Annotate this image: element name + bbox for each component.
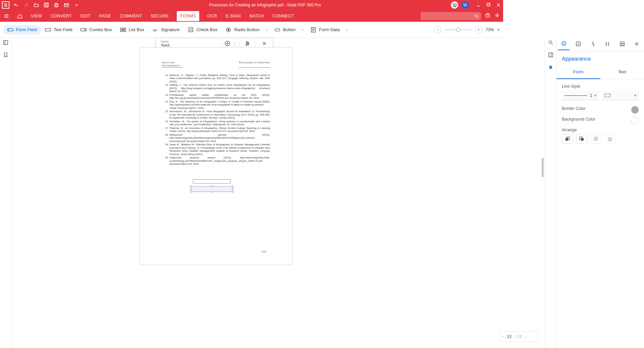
tool-radio-button[interactable]: Radio Button — [221, 25, 263, 34]
reference-item: Oetting, J.: The science behind why our … — [169, 83, 270, 93]
redo-icon — [23, 2, 29, 8]
ribbon-scroll-left-icon[interactable]: ‹ — [264, 27, 270, 32]
tool-label: Combo Box — [89, 27, 112, 32]
svg-rect-16 — [275, 29, 279, 31]
minimize-icon[interactable] — [476, 2, 481, 8]
tool-label: Text Field — [54, 27, 72, 32]
tool-text-field[interactable]: Text Field — [41, 25, 76, 34]
svg-point-6 — [475, 14, 478, 17]
quick-access — [13, 2, 79, 8]
svg-point-15 — [228, 29, 229, 30]
svg-point-3 — [453, 6, 454, 7]
zoom-controls: − + 73% ▾ — [434, 26, 500, 33]
bookmark-panel-icon[interactable] — [3, 52, 8, 59]
cart-icon[interactable] — [451, 1, 458, 9]
form-text-field-selected[interactable] — [191, 186, 233, 192]
reference-item: Newsom, D., Haynes, J.: Public Relations… — [169, 74, 270, 83]
menu-forms[interactable]: FORMS — [177, 11, 199, 21]
mail-icon[interactable] — [64, 2, 69, 8]
menu-convert[interactable]: CONVERT — [50, 11, 72, 21]
reference-item: Thatcher, B.: An Overview of Infographic… — [169, 127, 270, 133]
save-icon[interactable] — [44, 2, 49, 8]
tool-combo-box[interactable]: Combo Box — [76, 25, 116, 34]
reference-item: Siricharoen, W., Siricharoen N.: How Inf… — [169, 110, 270, 119]
zoom-dropdown-icon[interactable]: ▾ — [497, 27, 500, 32]
form-field-icon — [7, 27, 13, 32]
svg-rect-5 — [487, 4, 489, 6]
svg-rect-18 — [4, 41, 8, 45]
zoom-value: 73% — [486, 27, 494, 32]
menu-esign[interactable]: E-SIGN — [225, 11, 241, 21]
left-rail — [0, 38, 11, 271]
page-header-right: PROCESSES OF CREATING — [239, 61, 270, 68]
tool-label: Form Field — [16, 27, 37, 32]
pdf-page: SZOLTYSIKINFOGRAPHICS… PROCESSES OF CREA… — [140, 47, 292, 265]
title-bar: S Processes for Creating an Infographic.… — [0, 0, 503, 10]
field-name-value: Text3 — [161, 43, 216, 47]
menu-view[interactable]: VIEW — [30, 11, 43, 21]
help-icon[interactable] — [485, 13, 490, 19]
signature-icon — [152, 27, 158, 32]
settings-icon[interactable] — [494, 13, 500, 19]
check-box-icon — [188, 27, 194, 32]
reference-item: Smiciklas, M.: The power of infographics… — [169, 120, 270, 126]
menu-page[interactable]: PAGE — [99, 11, 112, 21]
zoom-slider[interactable] — [445, 29, 472, 30]
svg-rect-10 — [45, 28, 51, 31]
tool-label: Signature — [161, 27, 180, 32]
menu-comment[interactable]: COMMENT — [119, 11, 143, 21]
ribbon-more-icon[interactable]: › — [344, 27, 351, 32]
tool-form-data[interactable]: Form Data — [306, 25, 343, 34]
reference-item: Yavar B., Mirtaheri M.: Effective Role o… — [169, 143, 270, 156]
document-canvas[interactable]: Name Text3 ⋮ SZOLTYSIKINFOGRAPHICS… PROC… — [11, 38, 503, 271]
tool-label: List Box — [129, 27, 144, 32]
panel-toggle-icon[interactable] — [3, 40, 8, 46]
tool-list-box[interactable]: List Box — [116, 25, 148, 34]
tool-label: Button — [283, 27, 296, 32]
open-icon[interactable] — [34, 2, 39, 8]
menu-edit[interactable]: EDIT — [80, 11, 91, 21]
page-number: 174 — [262, 250, 266, 253]
svg-rect-1 — [55, 4, 58, 6]
tool-check-box[interactable]: Check Box — [184, 25, 222, 34]
zoom-in-icon[interactable]: + — [475, 26, 482, 33]
tool-label: Check Box — [197, 27, 218, 32]
svg-rect-0 — [44, 3, 48, 7]
tool-signature[interactable]: Signature — [148, 25, 184, 34]
print-icon[interactable] — [54, 2, 59, 8]
combo-box-icon — [80, 27, 87, 32]
svg-rect-9 — [8, 28, 13, 31]
form-data-icon — [310, 27, 316, 32]
user-avatar[interactable]: W — [462, 1, 469, 9]
reference-item: Znajomosc jezykow obcych (2015), http://… — [169, 156, 270, 165]
radio-button-icon — [225, 27, 231, 32]
text-field-icon — [45, 27, 51, 32]
home-icon[interactable] — [17, 13, 23, 19]
zoom-out-icon[interactable]: − — [434, 26, 441, 33]
tool-button[interactable]: Button — [270, 25, 300, 34]
tool-form-field[interactable]: Form Field — [3, 25, 41, 34]
menu-connect[interactable]: CONNECT — [272, 11, 295, 21]
menu-batch[interactable]: BATCH — [249, 11, 265, 21]
hamburger-icon[interactable] — [3, 13, 9, 19]
undo-icon[interactable] — [13, 2, 19, 8]
qa-more-icon[interactable] — [74, 2, 79, 8]
tool-label: Radio Button — [234, 27, 259, 32]
menu-ocr[interactable]: OCR — [207, 11, 218, 21]
list-box-icon — [120, 27, 126, 32]
menu-secure[interactable]: SECURE — [150, 11, 170, 21]
form-text-field-1[interactable] — [193, 179, 231, 184]
svg-point-4 — [455, 6, 456, 7]
app-logo: S — [2, 1, 9, 9]
page-body: Newsom, D., Haynes, J.: Public Relations… — [140, 68, 292, 166]
svg-point-20 — [246, 42, 247, 43]
close-icon[interactable] — [496, 2, 501, 8]
reference-item: Podstawowe wyniki badan czytelnictwa za … — [169, 93, 270, 100]
search-input[interactable] — [421, 12, 481, 20]
maximize-icon[interactable] — [486, 2, 491, 8]
svg-point-8 — [496, 15, 498, 16]
ribbon-scroll-right-icon[interactable]: › — [300, 27, 306, 32]
reference-item: Wykluczeni cyfrowo (2015), http://www.tn… — [169, 133, 270, 143]
svg-point-21 — [248, 43, 249, 44]
window-title: Processes for Creating an Infographic.pd… — [79, 3, 451, 7]
